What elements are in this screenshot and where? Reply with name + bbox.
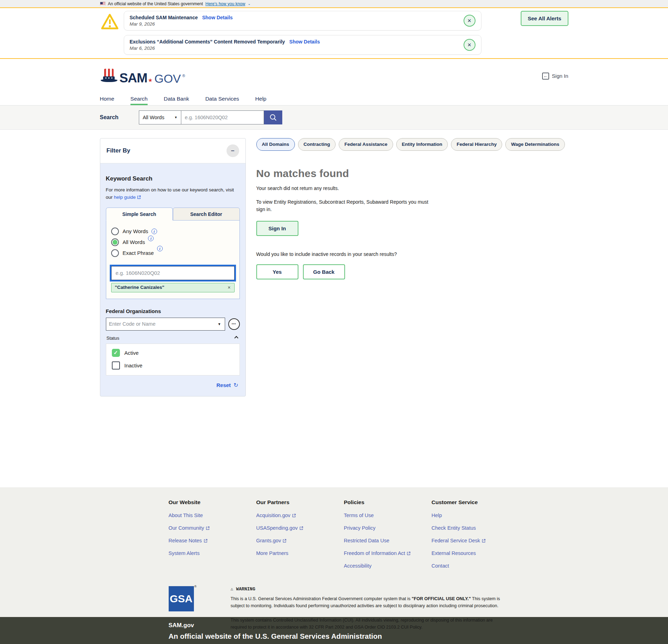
federal-orgs-input[interactable] xyxy=(106,321,214,327)
info-icon[interactable]: i xyxy=(148,236,154,241)
uncle-sam-hat-icon xyxy=(100,68,118,84)
no-results-text: Your search did not return any results. xyxy=(256,185,432,192)
combobox-caret-icon[interactable]: ▼ xyxy=(214,322,225,326)
footer-link-federal-service-desk[interactable]: Federal Service Desk xyxy=(432,538,519,543)
footer-link-accessibility[interactable]: Accessibility xyxy=(344,563,432,569)
how-you-know-link[interactable]: Here's how you know xyxy=(205,1,245,6)
footer-link-check-entity-status[interactable]: Check Entity Status xyxy=(432,525,519,531)
keyword-input[interactable] xyxy=(111,266,235,280)
close-alert-button[interactable]: × xyxy=(464,15,475,27)
see-all-alerts-button[interactable]: See All Alerts xyxy=(521,11,568,26)
footer-link-our-community[interactable]: Our Community xyxy=(169,525,256,531)
alerts-section: Scheduled SAM Maintenance Show Details M… xyxy=(0,8,668,59)
domain-tab-all-domains[interactable]: All Domains xyxy=(256,138,295,151)
radio-any-words[interactable] xyxy=(111,228,119,235)
footer-link-grants-gov[interactable]: Grants.gov xyxy=(256,538,344,543)
alert-date: Mar 9, 2026 xyxy=(130,21,233,27)
keyword-search-heading: Keyword Search xyxy=(106,175,240,182)
header-sign-in[interactable]: ← Sign In xyxy=(542,73,568,80)
sign-in-button[interactable]: Sign In xyxy=(256,221,298,236)
chevron-up-icon[interactable] xyxy=(234,336,238,340)
info-icon[interactable]: i xyxy=(151,229,157,234)
footer-link-restricted-data-use[interactable]: Restricted Data Use xyxy=(344,538,432,543)
nav-item-data-services[interactable]: Data Services xyxy=(205,93,239,105)
nav-item-help[interactable]: Help xyxy=(255,93,266,105)
warning-paragraph-1: This is a U.S. General Services Administ… xyxy=(231,596,510,609)
search-mode-select[interactable]: All Words ▼ xyxy=(139,110,181,124)
reset-icon[interactable]: ↻ xyxy=(234,382,238,388)
footer-link-acquisition-gov[interactable]: Acquisition.gov xyxy=(256,513,344,518)
close-icon: × xyxy=(467,42,471,48)
tab-search-editor[interactable]: Search Editor xyxy=(173,208,240,221)
close-icon: × xyxy=(467,18,471,24)
domain-tab-federal-hierarchy[interactable]: Federal Hierarchy xyxy=(451,138,502,151)
federal-orgs-combobox: ▼ xyxy=(106,318,225,331)
footer-link-privacy-policy[interactable]: Privacy Policy xyxy=(344,525,432,531)
footer-link-more-partners[interactable]: More Partners xyxy=(256,550,344,556)
alert-title: Exclusions “Additional Comments” Content… xyxy=(130,39,285,45)
footer-link-foia[interactable]: Freedom of Information Act xyxy=(344,550,432,556)
tab-simple-search[interactable]: Simple Search xyxy=(106,208,173,221)
external-link-icon xyxy=(137,195,141,199)
footer-link-help[interactable]: Help xyxy=(432,513,519,518)
footer-link-usaspending-gov[interactable]: USASpending.gov xyxy=(256,525,344,531)
go-back-button[interactable]: Go Back xyxy=(303,264,345,279)
more-options-button[interactable]: ••• xyxy=(228,318,240,330)
footer-link-contact[interactable]: Contact xyxy=(432,563,519,569)
search-mode-value: All Words xyxy=(143,115,164,120)
footer-link-system-alerts[interactable]: System Alerts xyxy=(169,550,256,556)
main-content: Filter By − Keyword Search For more info… xyxy=(0,130,668,487)
checkbox-active[interactable]: ✓ xyxy=(112,349,120,357)
search-submit-button[interactable] xyxy=(264,110,282,124)
sign-in-icon: ← xyxy=(542,73,549,80)
domain-tab-federal-assistance[interactable]: Federal Assistance xyxy=(339,138,393,151)
identity-tagline: An official website of the U.S. General … xyxy=(169,632,510,640)
footer-column-customer-service: Customer Service Help Check Entity Statu… xyxy=(432,499,519,576)
warning-paragraph-2: This system contains Controlled Unclassi… xyxy=(231,617,510,631)
minus-icon: − xyxy=(231,147,235,155)
warning-heading: WARNING xyxy=(236,587,255,592)
sign-in-label: Sign In xyxy=(552,73,568,79)
simple-search-panel: Any Words i All Words i Exact Phrase i xyxy=(106,221,240,299)
gov-banner: An official website of the United States… xyxy=(0,0,668,8)
domain-tab-entity-information[interactable]: Entity Information xyxy=(396,138,448,151)
help-guide-link[interactable]: help guide xyxy=(114,195,136,200)
checkbox-inactive-label: Inactive xyxy=(124,362,143,368)
checkbox-inactive[interactable] xyxy=(112,361,120,370)
status-label: Status xyxy=(107,335,120,341)
footer-link-release-notes[interactable]: Release Notes xyxy=(169,538,256,543)
alert-card: Scheduled SAM Maintenance Show Details M… xyxy=(124,11,481,30)
nav-item-data-bank[interactable]: Data Bank xyxy=(164,93,189,105)
chevron-down-icon[interactable]: ⌄ xyxy=(248,2,250,6)
nav-item-home[interactable]: Home xyxy=(100,93,114,105)
yes-button[interactable]: Yes xyxy=(256,264,298,279)
gsa-registered-mark: ® xyxy=(194,585,197,588)
info-icon[interactable]: i xyxy=(157,246,163,251)
footer-link-about-this-site[interactable]: About This Site xyxy=(169,513,256,518)
gov-banner-text: An official website of the United States… xyxy=(108,1,203,6)
footer-heading: Our Website xyxy=(169,499,256,506)
footer-link-terms-of-use[interactable]: Terms of Use xyxy=(344,513,432,518)
show-details-link[interactable]: Show Details xyxy=(289,39,320,45)
no-matches-title: No matches found xyxy=(256,168,568,179)
footer-column-our-partners: Our Partners Acquisition.gov USASpending… xyxy=(256,499,344,576)
domain-tab-wage-determinations[interactable]: Wage Determinations xyxy=(505,138,565,151)
close-alert-button[interactable]: × xyxy=(464,39,475,51)
show-details-link[interactable]: Show Details xyxy=(202,15,232,20)
magnifier-icon xyxy=(269,114,277,121)
collapse-filters-button[interactable]: − xyxy=(227,144,239,157)
domain-tab-contracting[interactable]: Contracting xyxy=(298,138,336,151)
radio-all-words[interactable] xyxy=(111,238,119,246)
radio-exact-phrase[interactable] xyxy=(111,249,119,257)
search-input[interactable] xyxy=(181,110,264,124)
footer-link-external-resources[interactable]: External Resources xyxy=(432,550,519,556)
select-caret-icon: ▼ xyxy=(174,116,177,119)
sam-gov-logo[interactable]: SAM ★ GOV ® xyxy=(100,68,185,84)
nav-item-search[interactable]: Search xyxy=(130,93,148,105)
gsa-logo: GSA ® xyxy=(169,586,194,611)
logo-registered-mark: ® xyxy=(182,74,185,78)
remove-chip-icon[interactable]: × xyxy=(228,285,230,290)
status-options-box: ✓ Active Inactive xyxy=(106,344,240,375)
logo-gov-text: GOV xyxy=(154,73,181,84)
reset-filters-link[interactable]: Reset xyxy=(216,382,231,388)
